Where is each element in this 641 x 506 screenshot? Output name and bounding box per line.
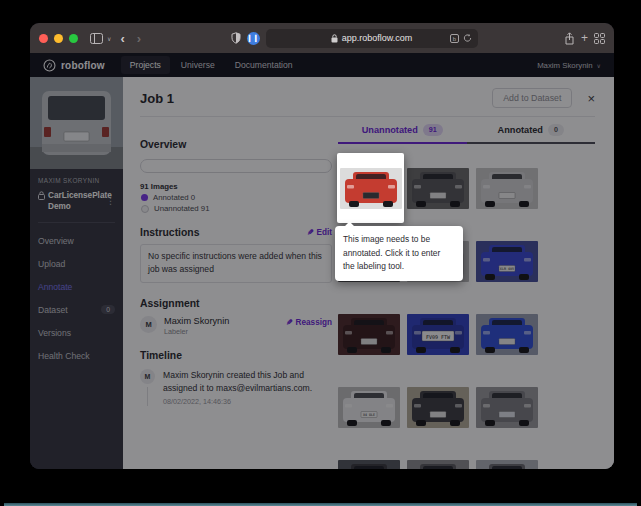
privacy-shield-icon[interactable] bbox=[231, 32, 241, 44]
forward-button[interactable]: › bbox=[134, 32, 144, 45]
sidebar-toggle-icon[interactable] bbox=[90, 33, 103, 44]
svg-text:b: b bbox=[452, 35, 456, 41]
share-icon[interactable] bbox=[564, 32, 575, 45]
zoom-window-button[interactable] bbox=[69, 34, 78, 43]
sidebar-chevron-icon[interactable]: ∨ bbox=[107, 35, 111, 42]
close-window-button[interactable] bbox=[39, 34, 48, 43]
window-controls bbox=[39, 34, 78, 43]
minimize-window-button[interactable] bbox=[54, 34, 63, 43]
translate-icon[interactable]: b bbox=[450, 34, 459, 43]
tab-overview-icon[interactable] bbox=[594, 33, 605, 44]
back-button[interactable]: ‹ bbox=[117, 32, 127, 45]
highlighted-image-card[interactable] bbox=[337, 153, 404, 223]
extension-icon[interactable]: ❙❙ bbox=[247, 32, 260, 45]
address-bar[interactable]: app.roboflow.com b bbox=[266, 29, 478, 48]
lock-icon bbox=[331, 34, 338, 43]
address-bar-icons: b bbox=[450, 29, 472, 48]
onboarding-tooltip: This image needs to be annotated. Click … bbox=[335, 226, 463, 281]
browser-toolbar: ∨ ‹ › ❙❙ app.roboflow.com b + bbox=[30, 23, 614, 53]
reload-icon[interactable] bbox=[463, 33, 472, 43]
url-text: app.roboflow.com bbox=[342, 33, 413, 43]
new-tab-icon[interactable]: + bbox=[581, 31, 588, 45]
onboarding-dim-overlay bbox=[30, 53, 614, 469]
browser-window: ∨ ‹ › ❙❙ app.roboflow.com b + roboflow bbox=[30, 23, 614, 469]
highlighted-image-thumbnail[interactable] bbox=[340, 168, 402, 209]
